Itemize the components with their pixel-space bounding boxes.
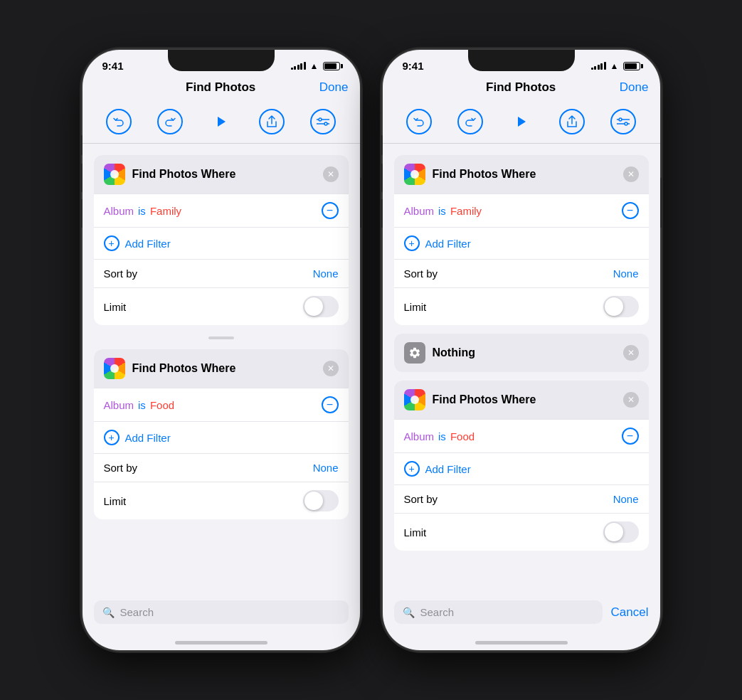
remove-filter-2-left[interactable]: − (322, 396, 339, 413)
close-card-2-right[interactable]: ✕ (623, 392, 639, 408)
done-button-left[interactable]: Done (319, 80, 349, 95)
remove-filter-1-left[interactable]: − (322, 202, 339, 219)
nothing-card-right: Nothing ✕ (394, 334, 649, 372)
undo-button-left[interactable] (106, 109, 132, 134)
nothing-title: Nothing (433, 346, 475, 359)
sort-value-1-right[interactable]: None (613, 267, 639, 280)
volume-up-button-right[interactable] (380, 164, 383, 192)
power-button-right[interactable] (660, 178, 663, 228)
mute-button[interactable] (80, 135, 83, 155)
filter-text-2-left: Album is Food (104, 399, 175, 411)
phone-left: 9:41 ▲ Find Photos Done (83, 50, 360, 650)
limit-label-2-right: Limit (404, 526, 427, 539)
remove-filter-1-right[interactable]: − (622, 202, 639, 219)
close-card-1-right[interactable]: ✕ (623, 166, 639, 182)
limit-label-2-left: Limit (104, 495, 127, 507)
find-photos-title-2-right: Find Photos Where (433, 393, 536, 406)
nav-bar-right: Find Photos Done (383, 75, 660, 103)
done-button-right[interactable]: Done (620, 80, 649, 95)
search-input-left[interactable]: 🔍 Search (94, 600, 349, 624)
settings-icon (317, 117, 329, 127)
find-photos-title-1-left: Find Photos Where (132, 168, 236, 181)
close-nothing-card[interactable]: ✕ (623, 345, 639, 361)
play-button-right[interactable] (508, 109, 534, 134)
remove-filter-2-right[interactable]: − (622, 428, 639, 445)
volume-down-button-right[interactable] (380, 199, 383, 228)
volume-up-button[interactable] (80, 164, 83, 192)
filter-field-1-right[interactable]: Album (404, 205, 435, 217)
filter-value-2-left[interactable]: Food (150, 399, 174, 411)
find-photos-card-2-left: Find Photos Where ✕ Album is Food − + Ad… (94, 349, 349, 519)
share-button-left[interactable] (259, 109, 285, 134)
home-indicator-left (83, 641, 360, 650)
power-button[interactable] (360, 178, 363, 228)
photos-app-icon (104, 164, 125, 185)
play-icon-right (514, 115, 528, 129)
settings-button-left[interactable] (310, 109, 336, 134)
sort-value-2-right[interactable]: None (613, 493, 639, 505)
phone-right-screen: 9:41 ▲ Find Photos Done (383, 50, 660, 650)
limit-toggle-1-right[interactable] (603, 296, 639, 317)
add-filter-1-left[interactable]: + Add Filter (94, 227, 349, 259)
search-icon-right: 🔍 (403, 607, 415, 618)
filter-value-1-right[interactable]: Family (450, 205, 482, 217)
limit-toggle-1-left[interactable] (303, 296, 339, 317)
add-filter-2-right[interactable]: + Add Filter (394, 452, 649, 484)
sort-value-1-left[interactable]: None (313, 267, 339, 280)
play-icon (213, 115, 228, 129)
find-photos-card-1-left: Find Photos Where ✕ Album is Family − + … (94, 155, 349, 325)
battery-icon-right (623, 62, 640, 70)
share-button-right[interactable] (559, 109, 585, 134)
search-bar-right: 🔍 Search Cancel (383, 595, 660, 641)
share-icon (266, 115, 277, 128)
wifi-icon-right: ▲ (610, 61, 619, 71)
add-filter-1-right[interactable]: + Add Filter (394, 227, 649, 259)
toolbar-left (83, 103, 360, 144)
nav-title-right: Find Photos (486, 80, 556, 95)
limit-row-1-left: Limit (94, 287, 349, 325)
redo-button-left[interactable] (157, 109, 183, 134)
filter-field-2-left[interactable]: Album (104, 399, 134, 411)
photos-app-icon-2-left (104, 358, 125, 379)
filter-field-1-left[interactable]: Album (104, 205, 134, 217)
filter-row-1-right: Album is Family − (394, 193, 649, 227)
sort-value-2-left[interactable]: None (313, 462, 339, 474)
volume-down-button[interactable] (80, 199, 83, 228)
limit-toggle-2-right[interactable] (603, 521, 639, 543)
filter-value-1-left[interactable]: Family (150, 205, 181, 217)
search-placeholder-right: Search (420, 606, 455, 618)
cancel-button-right[interactable]: Cancel (611, 605, 649, 620)
filter-field-2-right[interactable]: Album (404, 430, 435, 442)
redo-icon (164, 116, 176, 127)
signal-icon-right (591, 62, 606, 70)
search-bar-left: 🔍 Search (83, 595, 360, 641)
settings-button-right[interactable] (610, 109, 636, 134)
notch-right (468, 50, 575, 71)
search-icon-left: 🔍 (102, 607, 115, 618)
sort-row-1-right: Sort by None (394, 259, 649, 287)
close-card-1-left[interactable]: ✕ (323, 166, 339, 182)
undo-button-right[interactable] (406, 109, 432, 134)
limit-toggle-2-left[interactable] (303, 490, 339, 511)
nothing-card-header: Nothing ✕ (394, 334, 649, 372)
mute-button-right[interactable] (380, 135, 383, 155)
card-header-1-left: Find Photos Where ✕ (94, 155, 349, 193)
filter-text-1-right: Album is Family (404, 205, 482, 217)
status-icons-right: ▲ (591, 61, 640, 71)
filter-op-1-left[interactable]: is (138, 205, 146, 217)
filter-text-2-right: Album is Food (404, 430, 475, 442)
search-input-right[interactable]: 🔍 Search (394, 600, 603, 624)
redo-button-right[interactable] (457, 109, 483, 134)
close-card-2-left[interactable]: ✕ (323, 361, 339, 376)
add-filter-2-left[interactable]: + Add Filter (94, 421, 349, 453)
add-filter-label-1-left: Add Filter (125, 238, 171, 250)
undo-icon-right (413, 116, 425, 127)
find-photos-card-1-right: Find Photos Where ✕ Album is Family − + … (394, 155, 649, 325)
search-placeholder-left: Search (120, 606, 154, 618)
filter-op-2-left[interactable]: is (138, 399, 146, 411)
filter-op-1-right[interactable]: is (438, 205, 446, 217)
play-button-left[interactable] (208, 109, 233, 134)
filter-op-2-right[interactable]: is (438, 430, 446, 442)
filter-value-2-right[interactable]: Food (450, 430, 475, 442)
gear-icon (408, 346, 421, 359)
